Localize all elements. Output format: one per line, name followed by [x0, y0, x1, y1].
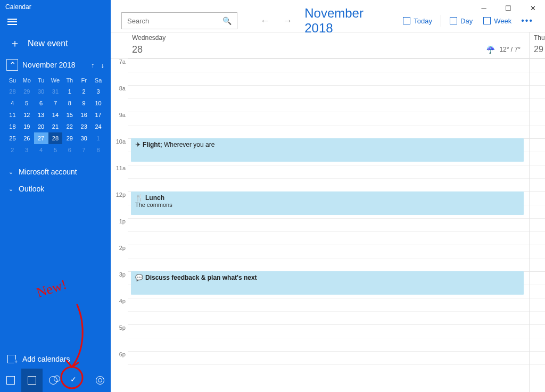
event-icon: 🍴 [135, 194, 143, 202]
today-button[interactable]: Today [398, 14, 437, 28]
weekday-header: Mo [20, 75, 34, 86]
minicalendar-day[interactable]: 23 [77, 121, 91, 132]
time-label: 9a [111, 112, 128, 138]
day-schedule[interactable]: ✈Flight; Wherever you are🍴LunchThe commo… [128, 59, 529, 392]
next-day-schedule[interactable] [529, 59, 545, 392]
time-label: 11a [111, 165, 128, 191]
add-calendars-label: Add calendars [22, 355, 70, 363]
hamburger-menu-button[interactable] [0, 13, 111, 31]
weekday-header: Th [62, 75, 77, 86]
minicalendar-day[interactable]: 2 [5, 144, 20, 156]
minicalendar-day[interactable]: 17 [91, 109, 105, 121]
weather-icon: ☔ [486, 45, 495, 54]
event-subtitle: The commons [135, 202, 519, 208]
account-expander[interactable]: ⌄Microsoft account [0, 163, 111, 180]
time-label: 6p [111, 351, 128, 378]
collapse-minicalendar-button[interactable]: ⌃ [6, 59, 18, 71]
mail-app-button[interactable] [0, 369, 21, 392]
minicalendar-day[interactable]: 28 [5, 86, 20, 97]
weather-widget[interactable]: ☔ 12° / 7° [486, 45, 525, 54]
minicalendar-day[interactable]: 11 [5, 109, 20, 121]
minicalendar-day[interactable]: 30 [34, 86, 48, 97]
todo-icon [70, 376, 79, 385]
minicalendar-day[interactable]: 4 [5, 97, 20, 109]
minicalendar-day[interactable]: 4 [34, 144, 48, 156]
weekday-header: Tu [34, 75, 48, 86]
gear-icon [96, 376, 104, 385]
minicalendar-day[interactable]: 3 [91, 86, 105, 97]
minicalendar-day[interactable]: 1 [62, 86, 77, 97]
minicalendar-day[interactable]: 28 [48, 132, 63, 144]
minicalendar-next-button[interactable]: ↓ [101, 61, 105, 69]
minicalendar-day[interactable]: 9 [77, 97, 91, 109]
minicalendar-day[interactable]: 6 [62, 144, 77, 156]
minicalendar-day[interactable]: 29 [20, 86, 34, 97]
weekday-header: Fr [77, 75, 91, 86]
week-view-icon [483, 17, 491, 24]
weekday-header: Su [5, 75, 20, 86]
minicalendar-day[interactable]: 6 [34, 97, 48, 109]
minicalendar-prev-button[interactable]: ↑ [91, 61, 95, 69]
minicalendar-day[interactable]: 7 [77, 144, 91, 156]
minicalendar-day[interactable]: 15 [62, 109, 77, 121]
minicalendar-day[interactable]: 5 [20, 97, 34, 109]
minicalendar-day[interactable]: 22 [62, 121, 77, 132]
search-box[interactable]: 🔍 [121, 12, 237, 29]
minicalendar-day[interactable]: 21 [48, 121, 63, 132]
minicalendar-day[interactable]: 1 [91, 132, 105, 144]
calendar-event[interactable]: 🍴LunchThe commons [131, 191, 524, 215]
calendar-app-button[interactable] [21, 369, 43, 392]
window-title: Calendar [0, 0, 111, 13]
add-calendars-button[interactable]: Add calendars [0, 349, 111, 369]
todo-app-button[interactable] [64, 369, 85, 392]
minicalendar-day[interactable]: 25 [5, 132, 20, 144]
minicalendar-day[interactable]: 20 [34, 121, 48, 132]
day-view-button[interactable]: Day [444, 14, 478, 28]
minicalendar-day[interactable]: 27 [34, 132, 48, 144]
event-title: Lunch [145, 194, 164, 202]
minicalendar-day[interactable]: 5 [48, 144, 63, 156]
minicalendar-day[interactable]: 8 [62, 97, 77, 109]
mail-icon [6, 376, 15, 385]
new-event-label: New event [28, 39, 68, 48]
minicalendar-day[interactable]: 29 [62, 132, 77, 144]
minicalendar-day[interactable]: 14 [48, 109, 63, 121]
time-label: 7a [111, 59, 128, 85]
mini-calendar: SuMoTuWeThFrSa 2829303112345678910111213… [0, 75, 111, 159]
minicalendar-day[interactable]: 24 [91, 121, 105, 132]
minicalendar-day[interactable]: 30 [77, 132, 91, 144]
minicalendar-day[interactable]: 2 [77, 86, 91, 97]
time-label: 12p [111, 191, 128, 218]
event-title: Discuss feedback & plan what's next [145, 274, 257, 281]
minicalendar-day[interactable]: 16 [77, 109, 91, 121]
search-icon: 🔍 [222, 16, 232, 25]
weekday-header: We [48, 75, 63, 86]
people-app-button[interactable] [43, 369, 64, 392]
settings-button[interactable] [89, 369, 111, 392]
chevron-down-icon: ⌄ [9, 186, 13, 193]
calendar-event[interactable]: ✈Flight; Wherever you are [131, 138, 524, 162]
minicalendar-day[interactable]: 31 [48, 86, 63, 97]
account-name: Outlook [19, 185, 44, 193]
minicalendar-day[interactable]: 19 [20, 121, 34, 132]
calendar-event[interactable]: 💬Discuss feedback & plan what's next [131, 271, 524, 295]
chevron-down-icon: ⌄ [9, 169, 13, 176]
time-label: 8a [111, 85, 128, 112]
minicalendar-day[interactable]: 8 [91, 144, 105, 156]
minicalendar-day[interactable]: 13 [34, 109, 48, 121]
week-view-button[interactable]: Week [478, 14, 517, 28]
time-label: 4p [111, 298, 128, 324]
prev-period-button[interactable]: ← [258, 13, 272, 29]
minicalendar-day[interactable]: 26 [20, 132, 34, 144]
account-expander[interactable]: ⌄Outlook [0, 180, 111, 197]
more-options-button[interactable]: ••• [517, 14, 538, 28]
minicalendar-day[interactable]: 10 [91, 97, 105, 109]
minicalendar-day[interactable]: 3 [20, 144, 34, 156]
minicalendar-day[interactable]: 18 [5, 121, 20, 132]
next-period-button[interactable]: → [280, 13, 295, 29]
new-event-button[interactable]: ＋ New event [0, 31, 111, 56]
minicalendar-day[interactable]: 7 [48, 97, 63, 109]
minicalendar-day[interactable]: 12 [20, 109, 34, 121]
day-name-next: Thur [530, 32, 545, 42]
search-input[interactable] [127, 17, 222, 25]
